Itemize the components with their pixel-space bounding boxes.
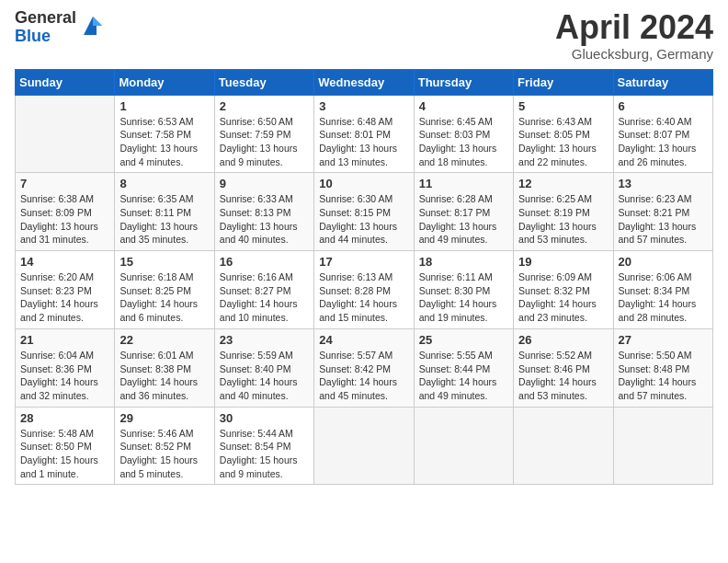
day-number: 25 [419, 333, 508, 347]
day-info: Sunrise: 6:09 AMSunset: 8:32 PMDaylight:… [518, 270, 608, 325]
logo-text: General Blue [15, 9, 76, 46]
calendar-week-row: 7Sunrise: 6:38 AMSunset: 8:09 PMDaylight… [16, 173, 713, 251]
day-number: 18 [419, 255, 508, 269]
day-number: 28 [20, 411, 109, 425]
calendar-cell: 7Sunrise: 6:38 AMSunset: 8:09 PMDaylight… [16, 173, 115, 251]
calendar-cell: 29Sunrise: 5:46 AMSunset: 8:52 PMDayligh… [115, 407, 214, 485]
day-info: Sunrise: 5:52 AMSunset: 8:46 PMDaylight:… [518, 349, 608, 403]
day-info: Sunrise: 6:16 AMSunset: 8:27 PMDaylight:… [220, 270, 309, 325]
day-number: 13 [619, 177, 708, 190]
day-info: Sunrise: 6:23 AMSunset: 8:21 PMDaylight:… [619, 192, 708, 247]
day-info: Sunrise: 5:57 AMSunset: 8:42 PMDaylight:… [319, 349, 408, 403]
day-number: 30 [220, 411, 309, 425]
day-number: 19 [518, 255, 608, 269]
day-info: Sunrise: 6:38 AMSunset: 8:09 PMDaylight:… [20, 192, 109, 247]
calendar-week-row: 28Sunrise: 5:48 AMSunset: 8:50 PMDayligh… [16, 407, 713, 485]
calendar-week-row: 14Sunrise: 6:20 AMSunset: 8:23 PMDayligh… [16, 251, 713, 329]
day-number: 8 [119, 177, 209, 190]
day-info: Sunrise: 5:50 AMSunset: 8:48 PMDaylight:… [619, 349, 708, 403]
day-info: Sunrise: 6:33 AMSunset: 8:13 PMDaylight:… [220, 192, 309, 247]
day-number: 1 [119, 99, 209, 113]
day-info: Sunrise: 6:28 AMSunset: 8:17 PMDaylight:… [419, 192, 508, 247]
day-number: 7 [20, 177, 109, 190]
day-info: Sunrise: 6:30 AMSunset: 8:15 PMDaylight:… [319, 192, 408, 247]
day-number: 24 [319, 333, 408, 347]
calendar-cell: 1Sunrise: 6:53 AMSunset: 7:58 PMDaylight… [115, 95, 214, 173]
day-info: Sunrise: 6:40 AMSunset: 8:07 PMDaylight:… [619, 115, 708, 169]
logo: General Blue [15, 9, 106, 46]
logo-general: General [15, 9, 76, 28]
day-number: 9 [220, 177, 309, 190]
calendar-header-row: SundayMondayTuesdayWednesdayThursdayFrid… [16, 69, 713, 95]
calendar-cell: 4Sunrise: 6:45 AMSunset: 8:03 PMDaylight… [414, 95, 513, 173]
day-number: 5 [518, 99, 608, 113]
logo-blue: Blue [15, 28, 76, 46]
day-info: Sunrise: 6:20 AMSunset: 8:23 PMDaylight:… [20, 270, 109, 325]
calendar-cell: 16Sunrise: 6:16 AMSunset: 8:27 PMDayligh… [214, 251, 313, 329]
day-number: 16 [220, 255, 309, 269]
calendar-cell: 14Sunrise: 6:20 AMSunset: 8:23 PMDayligh… [16, 251, 115, 329]
calendar-cell: 11Sunrise: 6:28 AMSunset: 8:17 PMDayligh… [414, 173, 513, 251]
calendar-cell: 23Sunrise: 5:59 AMSunset: 8:40 PMDayligh… [214, 328, 313, 407]
day-info: Sunrise: 6:48 AMSunset: 8:01 PMDaylight:… [319, 115, 408, 169]
day-number: 17 [319, 255, 408, 269]
day-info: Sunrise: 6:13 AMSunset: 8:28 PMDaylight:… [319, 270, 408, 325]
day-info: Sunrise: 6:11 AMSunset: 8:30 PMDaylight:… [419, 270, 508, 325]
calendar-header-wednesday: Wednesday [314, 69, 414, 95]
day-info: Sunrise: 5:44 AMSunset: 8:54 PMDaylight:… [220, 427, 309, 481]
day-info: Sunrise: 6:18 AMSunset: 8:25 PMDaylight:… [119, 270, 209, 325]
calendar-cell [314, 407, 414, 485]
calendar-header-tuesday: Tuesday [214, 69, 313, 95]
day-info: Sunrise: 5:55 AMSunset: 8:44 PMDaylight:… [419, 349, 508, 403]
calendar-week-row: 21Sunrise: 6:04 AMSunset: 8:36 PMDayligh… [16, 328, 713, 407]
calendar-cell: 30Sunrise: 5:44 AMSunset: 8:54 PMDayligh… [214, 407, 313, 485]
day-number: 4 [419, 99, 508, 113]
calendar-cell: 17Sunrise: 6:13 AMSunset: 8:28 PMDayligh… [314, 251, 414, 329]
day-info: Sunrise: 5:59 AMSunset: 8:40 PMDaylight:… [220, 349, 309, 403]
calendar-header-monday: Monday [115, 69, 214, 95]
day-number: 27 [619, 333, 708, 347]
day-number: 12 [518, 177, 608, 190]
day-info: Sunrise: 6:43 AMSunset: 8:05 PMDaylight:… [518, 115, 608, 169]
day-number: 21 [20, 333, 109, 347]
day-info: Sunrise: 6:01 AMSunset: 8:38 PMDaylight:… [119, 349, 209, 403]
day-info: Sunrise: 6:35 AMSunset: 8:11 PMDaylight:… [119, 192, 209, 247]
day-info: Sunrise: 5:46 AMSunset: 8:52 PMDaylight:… [119, 427, 209, 481]
day-info: Sunrise: 6:50 AMSunset: 7:59 PMDaylight:… [220, 115, 309, 169]
calendar-week-row: 1Sunrise: 6:53 AMSunset: 7:58 PMDaylight… [16, 95, 713, 173]
calendar: SundayMondayTuesdayWednesdayThursdayFrid… [15, 69, 713, 486]
calendar-cell: 2Sunrise: 6:50 AMSunset: 7:59 PMDaylight… [214, 95, 313, 173]
day-info: Sunrise: 5:48 AMSunset: 8:50 PMDaylight:… [20, 427, 109, 481]
location: Gluecksburg, Germany [555, 46, 713, 62]
calendar-header-sunday: Sunday [16, 69, 115, 95]
calendar-cell [16, 95, 115, 173]
month-title: April 2024 [555, 9, 713, 46]
day-info: Sunrise: 6:06 AMSunset: 8:34 PMDaylight:… [619, 270, 708, 325]
calendar-cell: 28Sunrise: 5:48 AMSunset: 8:50 PMDayligh… [16, 407, 115, 485]
day-number: 14 [20, 255, 109, 269]
day-number: 2 [220, 99, 309, 113]
calendar-header-thursday: Thursday [414, 69, 513, 95]
day-number: 26 [518, 333, 608, 347]
calendar-cell: 20Sunrise: 6:06 AMSunset: 8:34 PMDayligh… [613, 251, 712, 329]
day-number: 20 [619, 255, 708, 269]
svg-marker-1 [93, 17, 102, 26]
calendar-cell: 15Sunrise: 6:18 AMSunset: 8:25 PMDayligh… [115, 251, 214, 329]
day-number: 15 [119, 255, 209, 269]
day-number: 23 [220, 333, 309, 347]
day-number: 29 [119, 411, 209, 425]
calendar-cell: 8Sunrise: 6:35 AMSunset: 8:11 PMDaylight… [115, 173, 214, 251]
calendar-cell [414, 407, 513, 485]
calendar-cell: 10Sunrise: 6:30 AMSunset: 8:15 PMDayligh… [314, 173, 414, 251]
logo-icon [80, 13, 106, 39]
title-block: April 2024 Gluecksburg, Germany [555, 9, 713, 62]
calendar-cell: 13Sunrise: 6:23 AMSunset: 8:21 PMDayligh… [613, 173, 712, 251]
calendar-header-friday: Friday [514, 69, 613, 95]
day-info: Sunrise: 6:53 AMSunset: 7:58 PMDaylight:… [119, 115, 209, 169]
calendar-cell: 27Sunrise: 5:50 AMSunset: 8:48 PMDayligh… [613, 328, 712, 407]
header: General Blue April 2024 Gluecksburg, Ger… [15, 9, 713, 62]
calendar-cell: 22Sunrise: 6:01 AMSunset: 8:38 PMDayligh… [115, 328, 214, 407]
day-info: Sunrise: 6:25 AMSunset: 8:19 PMDaylight:… [518, 192, 608, 247]
calendar-cell: 6Sunrise: 6:40 AMSunset: 8:07 PMDaylight… [613, 95, 712, 173]
day-number: 11 [419, 177, 508, 190]
